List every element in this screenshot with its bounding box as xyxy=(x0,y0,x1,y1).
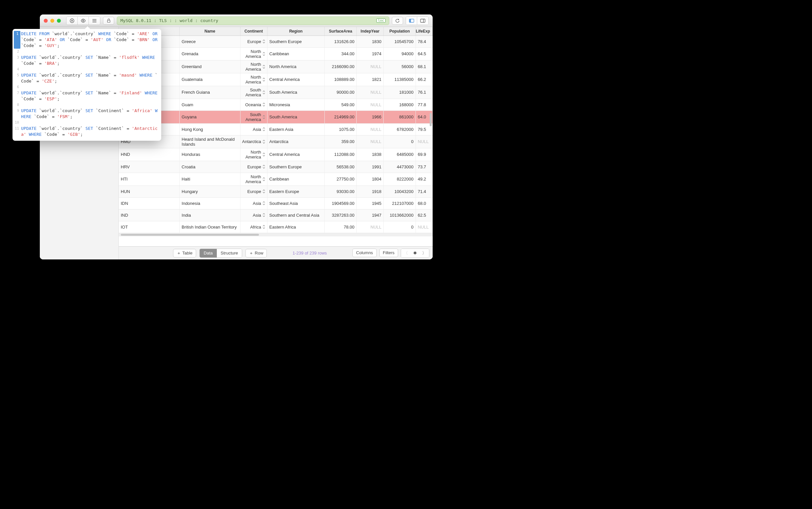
titlebar: MySQL 8.0.11 : TLS : : world : country l… xyxy=(40,14,433,27)
col-surfacearea[interactable]: SurfaceArea xyxy=(324,27,356,35)
table-row[interactable]: GrenadaNorth AmericaCaribbean344.0019749… xyxy=(119,47,433,60)
stepper-icon[interactable] xyxy=(263,225,265,229)
table-row[interactable]: GreeceEuropeSouthern Europe131626.001830… xyxy=(119,35,433,47)
breadcrumb-text: MySQL 8.0.11 : TLS : : world : country xyxy=(121,18,218,23)
table-row[interactable]: IDNIndonesiaAsiaSoutheast Asia1904569.00… xyxy=(119,197,433,209)
sql-preview-popover: 1DELETE FROM `world`.`country` WHERE `Co… xyxy=(12,29,161,141)
add-row-button[interactable]: ＋ Row xyxy=(246,249,267,258)
table-row[interactable]: HKGHong KongAsiaEastern Asia1075.00NULL6… xyxy=(119,123,433,135)
stepper-icon[interactable] xyxy=(263,65,265,69)
sidebar-toggle-button[interactable] xyxy=(406,17,417,25)
minimize-icon[interactable] xyxy=(50,19,54,23)
add-table-button[interactable]: ＋ Table xyxy=(173,249,196,258)
table-row[interactable]: GuamOceaniaMicronesia549.00NULL16800077.… xyxy=(119,99,433,110)
table-row[interactable]: GuyanaSouth AmericaSouth America214969.0… xyxy=(119,110,433,123)
zoom-icon[interactable] xyxy=(57,19,61,23)
vertical-scrollbar[interactable] xyxy=(430,113,432,126)
table-row[interactable]: HMDHeard Island and McDonald IslandsAnta… xyxy=(119,135,433,148)
prev-page-button[interactable]: 〈 xyxy=(401,249,411,258)
horizontal-scrollbar[interactable] xyxy=(119,233,433,236)
svg-rect-9 xyxy=(409,19,411,22)
table-row[interactable]: HTIHaitiNorth AmericaCaribbean27750.0018… xyxy=(119,173,433,185)
plus-icon: ＋ xyxy=(249,250,253,256)
stepper-icon[interactable] xyxy=(263,78,265,81)
table-row[interactable]: INDIndiaAsiaSouthern and Central Asia328… xyxy=(119,209,433,221)
table-row[interactable]: GuatemalaNorth AmericaCentral America108… xyxy=(119,73,433,86)
stepper-icon[interactable] xyxy=(263,213,265,217)
stepper-icon[interactable] xyxy=(263,177,265,181)
col-continent[interactable]: Continent xyxy=(240,27,267,35)
toolbar-group-left xyxy=(66,16,100,25)
panel-toggle-button[interactable] xyxy=(417,17,428,25)
stepper-icon[interactable] xyxy=(263,39,265,43)
col-region[interactable]: Region xyxy=(267,27,324,35)
tab-data[interactable]: Data xyxy=(200,249,217,258)
svg-rect-7 xyxy=(107,21,110,23)
page-status: 1-239 of 239 rows xyxy=(292,250,327,256)
cancel-query-button[interactable] xyxy=(66,17,78,25)
stepper-icon[interactable] xyxy=(263,152,265,157)
filters-button[interactable]: Filters xyxy=(379,248,398,257)
stepper-icon[interactable] xyxy=(263,140,265,144)
breadcrumb[interactable]: MySQL 8.0.11 : TLS : : world : country l… xyxy=(117,16,389,25)
stepper-icon[interactable] xyxy=(263,52,265,56)
col-lifeexp[interactable]: LifeExp xyxy=(416,27,432,35)
stepper-icon[interactable] xyxy=(263,115,265,119)
col-name[interactable]: Name xyxy=(180,27,240,35)
preview-button[interactable] xyxy=(78,17,89,25)
svg-rect-10 xyxy=(420,19,425,22)
stepper-icon[interactable] xyxy=(263,103,265,106)
plus-icon: ＋ xyxy=(177,250,181,256)
footer: ＋ Table Data Structure ＋ Row 1-239 of 23… xyxy=(119,246,433,260)
lock-button[interactable] xyxy=(103,17,114,25)
connection-badge: loc xyxy=(377,19,386,23)
window-controls xyxy=(44,19,61,23)
refresh-button[interactable] xyxy=(392,17,403,25)
stepper-icon[interactable] xyxy=(263,165,265,169)
gear-icon: ✱ xyxy=(413,250,417,256)
svg-point-3 xyxy=(83,20,84,21)
stepper-icon[interactable] xyxy=(263,190,265,193)
settings-button[interactable]: ✱ xyxy=(411,249,420,258)
tab-structure[interactable]: Structure xyxy=(217,249,242,258)
table-row[interactable]: IOTBritish Indian Ocean TerritoryAfricaE… xyxy=(119,221,433,233)
header-row: Name Continent Region SurfaceArea IndepY… xyxy=(119,27,433,35)
table-row[interactable]: HNDHondurasNorth AmericaCentral America1… xyxy=(119,148,433,161)
close-icon[interactable] xyxy=(44,19,48,23)
table-row[interactable]: HUNHungaryEuropeEastern Europe93030.0019… xyxy=(119,185,433,197)
stepper-icon[interactable] xyxy=(263,201,265,205)
table-row[interactable]: GreenlandNorth AmericaNorth America21660… xyxy=(119,60,433,73)
stepper-icon[interactable] xyxy=(263,91,265,94)
table-row[interactable]: HRVCroatiaEuropeSouthern Europe56538.001… xyxy=(119,161,433,173)
col-population[interactable]: Population xyxy=(384,27,416,35)
columns-button[interactable]: Columns xyxy=(352,248,377,257)
next-page-button[interactable]: 〉 xyxy=(420,249,429,258)
toolbar-group-right xyxy=(406,16,429,25)
table-row[interactable]: French GuianaSouth AmericaSouth America9… xyxy=(119,86,433,99)
stepper-icon[interactable] xyxy=(263,127,265,131)
main-content: Name Continent Region SurfaceArea IndepY… xyxy=(119,27,433,260)
col-indepyear[interactable]: IndepYear xyxy=(357,27,384,35)
view-segmented-control: Data Structure xyxy=(199,248,242,258)
list-button[interactable] xyxy=(89,17,100,25)
data-grid[interactable]: Name Continent Region SurfaceArea IndepY… xyxy=(119,27,433,233)
